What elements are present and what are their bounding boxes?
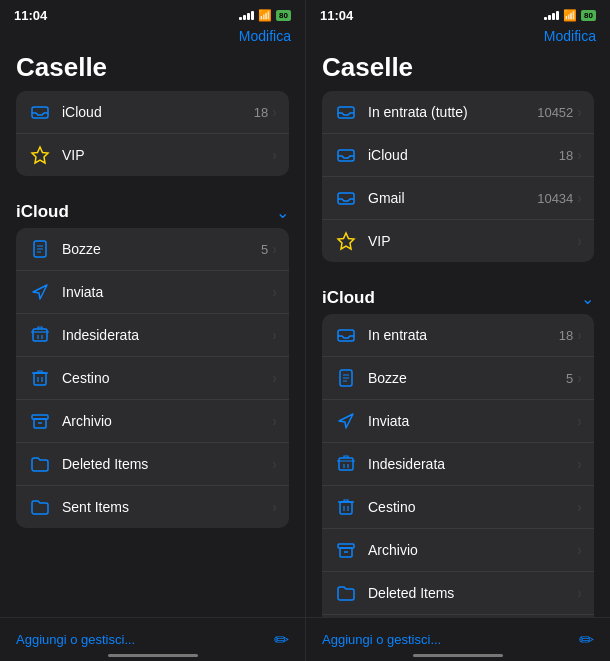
chevron-icon: ›	[272, 147, 277, 163]
chevron-icon: ›	[577, 190, 582, 206]
svg-marker-1	[32, 147, 48, 163]
section-header-icloud[interactable]: iCloud ⌄	[0, 192, 305, 228]
chevron-icon: ›	[272, 456, 277, 472]
row-label: In entrata	[368, 327, 559, 343]
status-bar: 11:04 📶 80	[0, 0, 305, 26]
archive-icon	[28, 409, 52, 433]
row-count: 5	[566, 371, 573, 386]
status-time: 11:04	[14, 8, 47, 23]
folder-icon	[28, 452, 52, 476]
inbox-icon	[28, 100, 52, 124]
mailbox-row-vip[interactable]: VIP ›	[16, 134, 289, 176]
status-icons: 📶 80	[239, 9, 291, 22]
folder-row-cestino[interactable]: Cestino ›	[322, 486, 594, 529]
signal-icon	[544, 10, 559, 20]
compose-button[interactable]: ✏︎	[274, 629, 289, 651]
row-label: Cestino	[368, 499, 577, 515]
junk-icon	[28, 323, 52, 347]
svg-rect-14	[340, 502, 352, 514]
folder-row-archivio[interactable]: Archivio ›	[322, 529, 594, 572]
mailbox-row-vip[interactable]: VIP ›	[322, 220, 594, 262]
home-indicator	[413, 654, 503, 657]
chevron-icon: ›	[577, 585, 582, 601]
chevron-icon: ›	[272, 327, 277, 343]
folder-row-deleted[interactable]: Deleted Items ›	[322, 572, 594, 615]
mailbox-row-icloud[interactable]: iCloud 18 ›	[322, 134, 594, 177]
sent-icon	[28, 280, 52, 304]
mailbox-row-icloud[interactable]: iCloud 18 ›	[16, 91, 289, 134]
compose-button[interactable]: ✏︎	[579, 629, 594, 651]
trash-icon	[334, 495, 358, 519]
folder-row-archivio[interactable]: Archivio ›	[16, 400, 289, 443]
folder-row-indesiderata[interactable]: Indesiderata ›	[322, 443, 594, 486]
section-header-icloud[interactable]: iCloud ⌄	[306, 278, 610, 314]
page-title: Caselle	[0, 48, 305, 91]
wifi-icon: 📶	[258, 9, 272, 22]
chevron-icon: ›	[577, 147, 582, 163]
chevron-icon: ›	[272, 499, 277, 515]
row-count: 10452	[537, 105, 573, 120]
top-mailbox-group: iCloud 18 › VIP ›	[16, 91, 289, 176]
inbox-g-icon	[334, 186, 358, 210]
section-collapse-icon: ⌄	[276, 203, 289, 222]
row-count: 18	[559, 148, 573, 163]
row-label: Bozze	[62, 241, 261, 257]
chevron-icon: ›	[577, 413, 582, 429]
row-label: Indesiderata	[62, 327, 272, 343]
folder-row-inviata[interactable]: Inviata ›	[16, 271, 289, 314]
row-count: 5	[261, 242, 268, 257]
nav-bar: Modifica	[306, 26, 610, 48]
row-label: Inviata	[368, 413, 577, 429]
chevron-icon: ›	[577, 104, 582, 120]
chevron-icon: ›	[272, 413, 277, 429]
folder-row-inviata[interactable]: Inviata ›	[322, 400, 594, 443]
mailbox-row-gmail[interactable]: Gmail 10434 ›	[322, 177, 594, 220]
row-label: Deleted Items	[62, 456, 272, 472]
folder-row-deleted[interactable]: Deleted Items ›	[16, 443, 289, 486]
row-label: Inviata	[62, 284, 272, 300]
panel-right: 11:04 📶 80 ModificaCaselle In entrata (t…	[305, 0, 610, 661]
draft-icon	[334, 366, 358, 390]
row-count: 18	[559, 328, 573, 343]
svg-rect-4	[34, 373, 46, 385]
archive-icon	[334, 538, 358, 562]
folder-row-in-entrata[interactable]: In entrata 18 ›	[322, 314, 594, 357]
status-icons: 📶 80	[544, 9, 596, 22]
row-label: VIP	[368, 233, 577, 249]
row-label: Gmail	[368, 190, 537, 206]
draft-icon	[28, 237, 52, 261]
inbox-icon	[334, 100, 358, 124]
folder-icon	[28, 495, 52, 519]
chevron-icon: ›	[577, 233, 582, 249]
row-label: iCloud	[62, 104, 254, 120]
folder-row-bozze[interactable]: Bozze 5 ›	[322, 357, 594, 400]
manage-link[interactable]: Aggiungi o gestisci...	[322, 632, 441, 647]
edit-button[interactable]: Modifica	[544, 28, 596, 44]
trash-icon	[28, 366, 52, 390]
edit-button[interactable]: Modifica	[239, 28, 291, 44]
row-label: Archivio	[368, 542, 577, 558]
folder-row-sent[interactable]: Sent Items ›	[16, 486, 289, 528]
page-title: Caselle	[306, 48, 610, 91]
star-icon	[334, 229, 358, 253]
inbox-icon	[334, 323, 358, 347]
chevron-icon: ›	[272, 284, 277, 300]
folder-row-cestino[interactable]: Cestino ›	[16, 357, 289, 400]
folder-row-indesiderata[interactable]: Indesiderata ›	[16, 314, 289, 357]
row-label: Cestino	[62, 370, 272, 386]
status-time: 11:04	[320, 8, 353, 23]
junk-icon	[334, 452, 358, 476]
svg-rect-13	[339, 458, 353, 470]
chevron-icon: ›	[577, 370, 582, 386]
chevron-icon: ›	[577, 456, 582, 472]
row-label: Sent Items	[62, 499, 272, 515]
section-title: iCloud	[16, 202, 69, 222]
mailbox-row-in-entrata-tutte[interactable]: In entrata (tutte) 10452 ›	[322, 91, 594, 134]
top-mailbox-group: In entrata (tutte) 10452 › iCloud 18 › G…	[322, 91, 594, 262]
section-group-icloud: Bozze 5 › Inviata › Indesiderata ›	[16, 228, 289, 528]
manage-link[interactable]: Aggiungi o gestisci...	[16, 632, 135, 647]
row-label: Archivio	[62, 413, 272, 429]
wifi-icon: 📶	[563, 9, 577, 22]
folder-row-bozze[interactable]: Bozze 5 ›	[16, 228, 289, 271]
svg-marker-10	[338, 233, 354, 249]
